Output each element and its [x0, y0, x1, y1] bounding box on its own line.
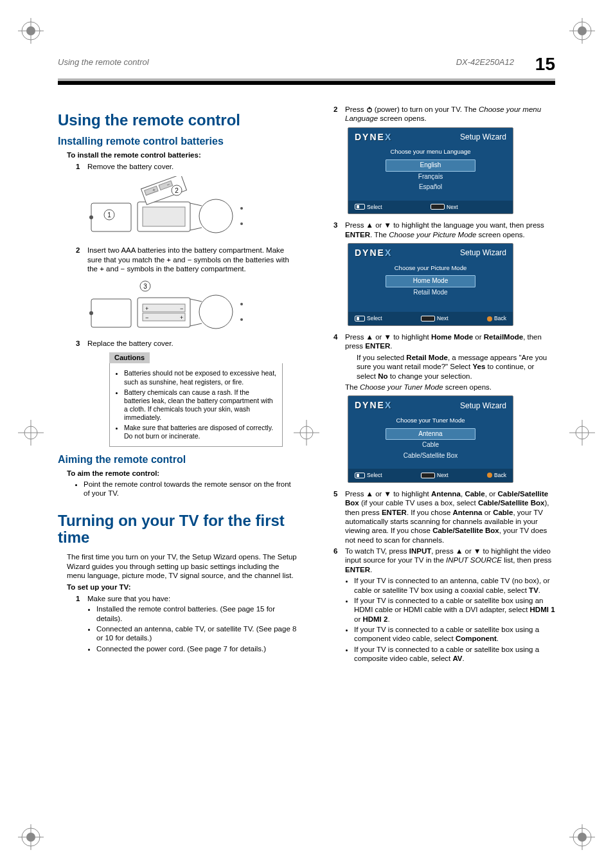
svg-point-38: [199, 199, 233, 233]
crop-mark: [569, 420, 595, 446]
wizard-title: Setup Wizard: [460, 132, 506, 142]
crop-mark: [18, 18, 44, 44]
wizard-title: Setup Wizard: [460, 248, 506, 258]
svg-point-40: [240, 222, 243, 225]
step-sub: If you selected Retail Mode, a message a…: [357, 353, 555, 381]
wizard-tuner-mode-screen: DYNEX Setup Wizard Choose your Tuner Mod…: [348, 395, 513, 483]
section-turning-on: Turning on your TV for the first time: [58, 512, 298, 547]
wizard-prompt: Choose your Picture Mode: [348, 263, 513, 276]
running-header: Using the remote control DX-42E250A12 15: [58, 50, 555, 78]
crop-mark: [569, 18, 595, 44]
wizard-foot-select: Select: [355, 472, 382, 479]
cautions-header: Cautions: [109, 352, 150, 364]
wizard-picture-mode-screen: DYNEX Setup Wizard Choose your Picture M…: [348, 243, 513, 326]
svg-text:1: 1: [107, 212, 111, 219]
svg-line-58: [190, 323, 202, 326]
svg-text:−: −: [145, 314, 148, 321]
crop-mark: [569, 824, 595, 850]
step: 2 Press (power) to turn on your TV. The …: [333, 105, 555, 123]
battery-cover-figure-1: + − 2 1: [84, 176, 244, 240]
dynex-logo: DYNEX: [355, 132, 392, 143]
wizard-option: Español: [386, 182, 475, 193]
step-text: Remove the battery cover.: [87, 163, 173, 170]
crop-mark: [18, 420, 44, 446]
wizard-option: Cable: [386, 440, 475, 451]
svg-point-55: [240, 303, 243, 305]
subsection-install-batteries: Installing remote control batteries: [58, 135, 298, 148]
wizard-foot-select: Select: [355, 204, 382, 211]
battery-insert-figure: 3 +− −+: [84, 278, 244, 334]
list-item: Connected an antenna, cable TV, or satel…: [96, 624, 298, 643]
svg-line-57: [190, 299, 202, 302]
svg-text:3: 3: [143, 283, 147, 290]
svg-point-54: [199, 295, 233, 329]
dynex-logo: DYNEX: [355, 400, 392, 411]
step-text: To watch TV, press INPUT, press ▲ or ▼ t…: [345, 547, 551, 574]
wizard-option: Cable/Satellite Box: [386, 451, 475, 462]
running-header-left: Using the remote control: [58, 57, 149, 67]
wizard-foot-next: Next: [421, 315, 448, 322]
header-divider: [58, 78, 555, 85]
intro-paragraph: The first time you turn on your TV, the …: [67, 552, 298, 580]
wizard-foot-next: Next: [431, 204, 458, 211]
subsection-aim-remote: Aiming the remote control: [58, 453, 298, 466]
step-text: Press (power) to turn on your TV. The Ch…: [345, 105, 541, 122]
step: 1Make sure that you have: Installed the …: [76, 594, 298, 653]
wizard-foot-next: Next: [421, 472, 448, 479]
step: 1Remove the battery cover.: [76, 162, 298, 171]
step: 4 Press ▲ or ▼ to highlight Home Mode or…: [333, 332, 555, 392]
power-icon: [366, 106, 373, 113]
wizard-title: Setup Wizard: [460, 401, 506, 411]
step-text: Press ▲ or ▼ to highlight Antenna, Cable…: [345, 490, 549, 544]
left-column: Using the remote control Installing remo…: [58, 103, 298, 665]
wizard-language-screen: DYNEX Setup Wizard Choose your menu Lang…: [348, 127, 513, 215]
list-item: If your TV is connected to a cable or sa…: [354, 645, 555, 664]
list-item: Point the remote control towards the rem…: [84, 480, 298, 498]
list-item: Installed the remote control batteries. …: [96, 604, 298, 623]
running-header-model: DX-42E250A12: [456, 57, 514, 67]
caution-item: Batteries should not be exposed to exces…: [124, 369, 277, 386]
wizard-option: Antenna: [386, 428, 475, 440]
cautions-box: Cautions Batteries should not be exposed…: [109, 352, 283, 448]
step: 5 Press ▲ or ▼ to highlight Antenna, Cab…: [333, 489, 555, 545]
svg-line-42: [190, 228, 202, 230]
step-text: Make sure that you have:: [87, 595, 170, 602]
step: 6 To watch TV, press INPUT, press ▲ or ▼…: [333, 547, 555, 664]
step-text: Press ▲ or ▼ to highlight the language y…: [345, 221, 544, 238]
svg-rect-45: [91, 299, 131, 327]
wizard-option: Retail Mode: [386, 287, 475, 298]
wizard-foot-back: Back: [487, 472, 506, 479]
svg-rect-28: [143, 207, 185, 226]
right-column: 2 Press (power) to turn on your TV. The …: [315, 103, 555, 665]
caution-item: Make sure that batteries are disposed of…: [124, 424, 277, 440]
lede-setup: To set up your TV:: [67, 583, 298, 592]
list-item: Connected the power cord. (See page 7 fo…: [96, 644, 298, 653]
list-item: If your TV is connected to a cable or sa…: [354, 596, 555, 624]
lede-aim: To aim the remote control:: [67, 469, 298, 478]
wizard-option: Home Mode: [386, 275, 475, 287]
dynex-logo: DYNEX: [355, 248, 392, 259]
page-number: 15: [535, 54, 555, 75]
step: 2Insert two AAA batteries into the batte…: [76, 246, 298, 273]
svg-point-56: [240, 318, 243, 321]
svg-text:+: +: [145, 305, 148, 312]
step-text: Press ▲ or ▼ to highlight Home Mode or R…: [345, 333, 542, 350]
svg-line-41: [190, 203, 202, 206]
wizard-foot-back: Back: [487, 315, 506, 322]
wizard-prompt: Choose your menu Language: [348, 147, 513, 159]
list-item: If your TV is connected to an antenna, c…: [354, 576, 555, 595]
svg-point-46: [89, 311, 93, 315]
lede-install: To install the remote control batteries:: [67, 150, 298, 159]
wizard-prompt: Choose your Tuner Mode: [348, 415, 513, 428]
svg-rect-48: [143, 304, 185, 312]
list-item: If your TV is connected to a cable or sa…: [354, 625, 555, 644]
step: 3 Press ▲ or ▼ to highlight the language…: [333, 221, 555, 239]
svg-point-26: [89, 215, 93, 219]
step-text: Replace the battery cover.: [87, 339, 173, 347]
wizard-option: English: [386, 159, 475, 172]
crop-mark: [18, 824, 44, 850]
svg-text:2: 2: [175, 187, 179, 194]
svg-rect-47: [138, 298, 190, 327]
svg-text:−: −: [180, 305, 183, 312]
wizard-option: Français: [386, 172, 475, 183]
